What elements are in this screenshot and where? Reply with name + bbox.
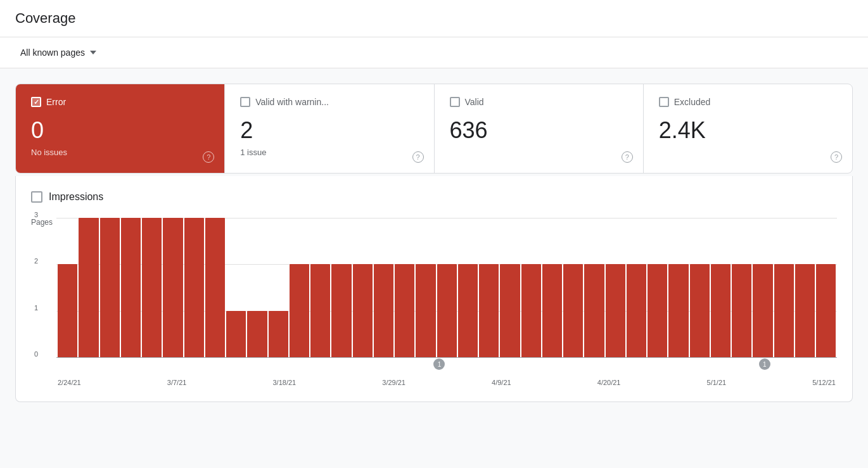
chart-bar	[290, 264, 309, 357]
valid-stat-card[interactable]: Valid 636 ?	[435, 84, 644, 173]
checkmark-icon: ✓	[34, 98, 39, 106]
grid-label-3: 3	[34, 211, 38, 218]
stats-container: ✓ Error 0 No issues ? Valid with warnin.…	[15, 84, 853, 174]
error-value: 0	[31, 117, 209, 144]
annotation-dot-1[interactable]: 1	[433, 358, 445, 370]
chart-area: Pages 3 2 1 0 1	[31, 218, 837, 386]
chart-bar	[690, 264, 710, 357]
chart-bar	[542, 264, 562, 357]
grid-label-0: 0	[34, 350, 38, 358]
chart-bar	[226, 311, 246, 357]
chart-title: Impressions	[49, 191, 103, 203]
grid-label-1: 1	[34, 304, 38, 312]
valid-checkbox[interactable]	[450, 97, 460, 107]
valid-warning-label: Valid with warnin...	[255, 97, 329, 107]
grid-line-0: 0	[56, 357, 837, 358]
chart-bar	[563, 264, 583, 357]
filter-label: All known pages	[20, 47, 85, 58]
filter-dropdown[interactable]: All known pages	[15, 44, 101, 61]
chart-bar	[269, 311, 288, 357]
chart-header: Impressions	[31, 191, 837, 203]
chart-bar	[732, 264, 751, 357]
x-axis-label: 2/24/21	[58, 379, 81, 386]
chart-bar	[458, 264, 478, 357]
chart-bar	[795, 264, 815, 357]
annotation-row: 11	[56, 358, 837, 374]
x-axis-label: 3/18/21	[272, 379, 296, 386]
error-checkbox[interactable]: ✓	[31, 97, 41, 107]
chart-bar	[668, 264, 688, 357]
valid-warning-stat-card[interactable]: Valid with warnin... 2 1 issue ?	[225, 84, 434, 173]
chart-bar	[606, 264, 625, 357]
x-axis-label: 4/9/21	[492, 379, 511, 386]
y-axis-label: Pages	[31, 218, 53, 227]
x-axis-label: 3/7/21	[167, 379, 187, 386]
impressions-checkbox[interactable]	[31, 191, 42, 203]
valid-warning-checkbox[interactable]	[240, 97, 250, 107]
excluded-value: 2.4K	[659, 117, 837, 144]
x-axis: 2/24/213/7/213/18/213/29/214/9/214/20/21…	[56, 379, 837, 386]
x-axis-label: 4/20/21	[597, 379, 621, 386]
excluded-label: Excluded	[674, 97, 711, 107]
valid-value: 636	[450, 117, 628, 144]
chart-bar	[774, 264, 794, 357]
valid-warning-help-icon[interactable]: ?	[412, 151, 424, 163]
error-stat-card[interactable]: ✓ Error 0 No issues ?	[16, 84, 225, 173]
chart-bar	[142, 218, 162, 357]
chart-bar	[331, 264, 351, 357]
main-content: ✓ Error 0 No issues ? Valid with warnin.…	[0, 68, 868, 417]
chart-bar	[584, 264, 604, 357]
chart-bar	[184, 218, 204, 357]
error-label: Error	[46, 97, 66, 107]
x-axis-label: 5/1/21	[707, 379, 727, 386]
chart-bar	[627, 264, 646, 357]
bars-container	[56, 218, 837, 357]
x-axis-label: 5/12/21	[812, 379, 836, 386]
x-axis-label: 3/29/21	[382, 379, 405, 386]
chart-grid: 3 2 1 0	[56, 218, 837, 357]
chart-bar	[163, 218, 182, 357]
chart-bar	[79, 218, 98, 357]
valid-label: Valid	[465, 97, 484, 107]
chart-bar	[100, 218, 120, 357]
chevron-down-icon	[90, 51, 96, 54]
grid-label-2: 2	[34, 257, 38, 265]
chart-bar	[416, 264, 435, 357]
chart-bar	[121, 218, 141, 357]
chart-container: Impressions Pages 3 2 1 0	[15, 176, 853, 402]
chart-bar	[648, 264, 667, 357]
chart-bar	[816, 264, 836, 357]
chart-bar	[521, 264, 541, 357]
chart-bar	[500, 264, 520, 357]
excluded-checkbox[interactable]	[659, 97, 669, 107]
excluded-stat-card[interactable]: Excluded 2.4K ?	[644, 84, 852, 173]
annotation-dot-2[interactable]: 1	[759, 358, 770, 370]
chart-bar	[247, 311, 267, 357]
valid-warning-card-header: Valid with warnin...	[240, 97, 418, 107]
filter-bar: All known pages	[0, 37, 868, 68]
chart-bar	[479, 264, 499, 357]
excluded-help-icon[interactable]: ?	[831, 151, 842, 163]
error-sub: No issues	[31, 148, 209, 157]
page-title: Coverage	[15, 10, 853, 27]
error-card-header: ✓ Error	[31, 97, 209, 107]
chart-bar	[753, 264, 772, 357]
chart-bar	[353, 264, 373, 357]
chart-bar	[58, 264, 77, 357]
chart-bar	[310, 264, 330, 357]
chart-bar	[374, 264, 393, 357]
chart-bar	[395, 264, 414, 357]
valid-help-icon[interactable]: ?	[622, 151, 633, 163]
valid-warning-value: 2	[240, 117, 418, 144]
page-header: Coverage	[0, 0, 868, 37]
excluded-card-header: Excluded	[659, 97, 837, 107]
chart-bar	[437, 264, 457, 357]
valid-card-header: Valid	[450, 97, 628, 107]
chart-bar	[205, 218, 225, 357]
chart-bar	[711, 264, 731, 357]
error-help-icon[interactable]: ?	[203, 151, 214, 163]
valid-warning-sub: 1 issue	[240, 148, 418, 157]
